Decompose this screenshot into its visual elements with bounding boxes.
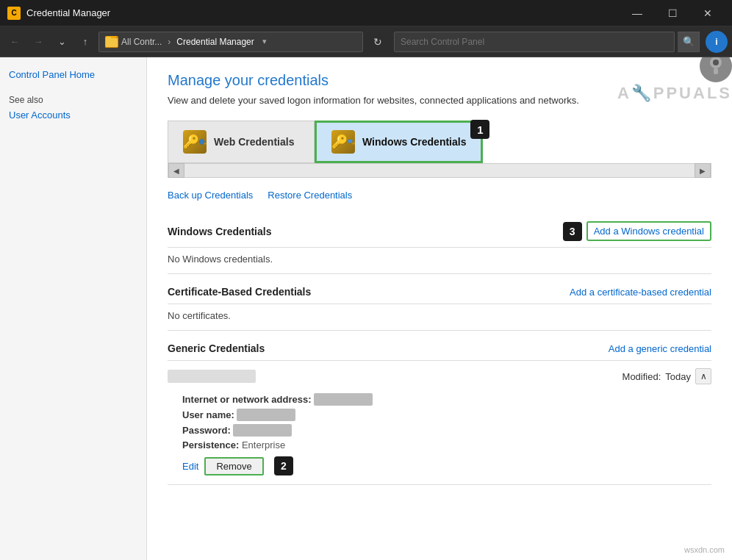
see-also-label: See also bbox=[9, 95, 137, 105]
address-dropdown-arrow[interactable]: ▾ bbox=[257, 32, 272, 52]
action-links: Back up Credentials Restore Credentials bbox=[168, 190, 711, 201]
content-area: A🔧PPUALS Manage your credentials View an… bbox=[147, 57, 732, 560]
windows-cred-add-area: 3 Add a Windows credential bbox=[559, 221, 711, 241]
tab-windows-credentials[interactable]: Windows Credentials 1 bbox=[315, 121, 483, 163]
appuals-logo-area: A🔧PPUALS bbox=[617, 57, 732, 103]
appuals-icon bbox=[705, 57, 727, 77]
windows-credentials-icon bbox=[331, 130, 355, 154]
appuals-badge: i bbox=[706, 31, 728, 53]
close-button[interactable]: ✕ bbox=[691, 0, 725, 26]
certificate-credentials-title: Certificate-Based Credentials bbox=[168, 286, 311, 298]
windows-key-icon bbox=[348, 132, 355, 152]
generic-credential-modified: Modified: Today ∧ bbox=[622, 368, 711, 384]
remove-credential-button[interactable]: Remove bbox=[204, 457, 263, 475]
svg-point-3 bbox=[713, 60, 719, 65]
tab-windows-label: Windows Credentials bbox=[362, 136, 466, 148]
tab-web-credentials[interactable]: Web Credentials bbox=[168, 121, 315, 163]
persistence-value: Enterprise bbox=[242, 439, 285, 450]
windows-credentials-title: Windows Credentials bbox=[168, 226, 271, 237]
password-value bbox=[233, 424, 292, 437]
username-label: User name: bbox=[182, 409, 234, 420]
generic-credential-details: Internet or network address: User name: … bbox=[168, 389, 711, 484]
dropdown-button[interactable]: ⌄ bbox=[51, 32, 72, 52]
sidebar: Control Panel Home See also User Account… bbox=[0, 57, 147, 560]
step-2-badge: 2 bbox=[274, 456, 293, 475]
modified-value: Today bbox=[665, 371, 691, 382]
generic-credentials-header: Generic Credentials Add a generic creden… bbox=[168, 337, 711, 361]
address-path[interactable]: All Contr... › Credential Manager ▾ bbox=[98, 32, 363, 52]
username-row: User name: bbox=[182, 409, 711, 421]
control-panel-home-link[interactable]: Control Panel Home bbox=[9, 69, 137, 80]
scroll-left-button[interactable]: ◀ bbox=[168, 163, 184, 178]
window-controls: — ☐ ✕ bbox=[620, 0, 725, 26]
password-row: Password: bbox=[182, 424, 711, 437]
persistence-label: Persistence: bbox=[182, 439, 239, 450]
path-icon bbox=[105, 36, 118, 48]
main-layout: Control Panel Home See also User Account… bbox=[0, 57, 732, 560]
expand-button[interactable]: ∧ bbox=[695, 368, 711, 384]
no-certificates-text: No certificates. bbox=[168, 304, 711, 331]
maximize-button[interactable]: ☐ bbox=[656, 0, 689, 26]
windows-credentials-header: Windows Credentials 3 Add a Windows cred… bbox=[168, 215, 711, 248]
generic-credentials-title: Generic Credentials bbox=[168, 342, 265, 354]
sidebar-see-also: See also User Accounts bbox=[9, 95, 137, 121]
svg-rect-4 bbox=[714, 68, 718, 74]
add-certificate-credential-link[interactable]: Add a certificate-based credential bbox=[570, 287, 711, 298]
search-box[interactable] bbox=[394, 32, 675, 52]
persistence-row: Persistence: Enterprise bbox=[182, 439, 711, 450]
certificate-credentials-section: Certificate-Based Credentials Add a cert… bbox=[168, 280, 711, 331]
breadcrumb-allcontrol[interactable]: All Contr... bbox=[121, 37, 162, 47]
appuals-text: A🔧PPUALS bbox=[617, 84, 732, 103]
forward-button[interactable]: → bbox=[28, 32, 49, 52]
breadcrumb-credmanager: Credential Manager bbox=[176, 37, 254, 47]
up-button[interactable]: ↑ bbox=[75, 32, 96, 52]
add-windows-credential-link[interactable]: Add a Windows credential bbox=[586, 221, 711, 241]
add-generic-credential-link[interactable]: Add a generic credential bbox=[609, 343, 711, 354]
back-button[interactable]: ← bbox=[4, 32, 25, 52]
credential-actions: Edit Remove 2 bbox=[182, 456, 711, 475]
generic-credential-header: Modified: Today ∧ bbox=[168, 361, 711, 389]
internet-address-row: Internet or network address: bbox=[182, 393, 711, 406]
modified-label: Modified: bbox=[622, 371, 661, 382]
title-bar: C Credential Manager — ☐ ✕ bbox=[0, 0, 732, 26]
scroll-right-button[interactable]: ▶ bbox=[695, 163, 711, 178]
step-1-badge: 1 bbox=[470, 120, 489, 139]
internet-address-label: Internet or network address: bbox=[182, 394, 312, 405]
generic-credentials-section: Generic Credentials Add a generic creden… bbox=[168, 337, 711, 485]
backup-credentials-link[interactable]: Back up Credentials bbox=[168, 190, 253, 201]
username-value bbox=[237, 409, 295, 421]
restore-credentials-link[interactable]: Restore Credentials bbox=[268, 190, 352, 201]
user-accounts-link[interactable]: User Accounts bbox=[9, 110, 137, 121]
windows-credentials-section: Windows Credentials 3 Add a Windows cred… bbox=[168, 215, 711, 274]
no-windows-credentials-text: No Windows credentials. bbox=[168, 248, 711, 274]
globe-key-icon bbox=[199, 132, 207, 152]
horizontal-scrollbar[interactable]: ◀ ▶ bbox=[168, 163, 711, 178]
tab-web-label: Web Credentials bbox=[214, 136, 294, 148]
password-label: Password: bbox=[182, 425, 231, 436]
step-3-badge: 3 bbox=[563, 222, 582, 241]
search-icon[interactable]: 🔍 bbox=[678, 32, 700, 52]
credential-tabs: Web Credentials Windows Credentials 1 bbox=[168, 121, 711, 163]
generic-credential-name bbox=[168, 370, 256, 383]
web-credentials-icon bbox=[183, 130, 207, 154]
certificate-credentials-header: Certificate-Based Credentials Add a cert… bbox=[168, 280, 711, 304]
search-input[interactable] bbox=[401, 37, 668, 47]
edit-credential-link[interactable]: Edit bbox=[182, 461, 198, 472]
svg-rect-1 bbox=[106, 37, 111, 40]
scroll-track[interactable] bbox=[184, 164, 695, 177]
generic-credential-entry: Modified: Today ∧ Internet or network ad… bbox=[168, 361, 711, 485]
window-title: Credential Manager bbox=[26, 7, 620, 18]
watermark: wsxdn.com bbox=[684, 545, 725, 554]
internet-address-value bbox=[314, 393, 373, 406]
minimize-button[interactable]: — bbox=[620, 0, 654, 26]
app-icon: C bbox=[7, 7, 21, 20]
address-bar: ← → ⌄ ↑ All Contr... › Credential Manage… bbox=[0, 26, 732, 57]
refresh-button[interactable]: ↻ bbox=[367, 32, 388, 52]
breadcrumb-separator: › bbox=[168, 37, 171, 47]
